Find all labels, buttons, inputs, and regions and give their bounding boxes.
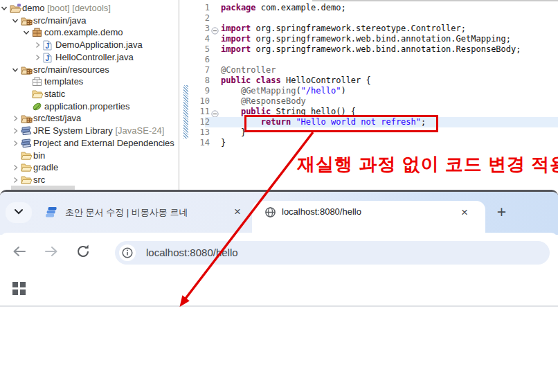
code-line[interactable]: package com.example.demo; [221,3,346,13]
browser-toolbar: localhost:8080/hello [0,233,558,271]
tree-item-hellocontroller-java[interactable]: JHelloController.java [0,51,179,64]
tree-item-demoapplication-java[interactable]: JDemoApplication.java [0,39,179,51]
chevron-collapsed-icon[interactable] [11,139,19,148]
chevron-expanded-icon[interactable] [0,4,8,12]
code-line[interactable]: @ResponseBody [221,96,306,107]
tree-item-jre-system-library[interactable]: JRE System Library [JavaSE-24] [0,125,179,137]
code-line[interactable]: @Controller [221,65,276,75]
page-content: Hello world not refresh [0,307,558,392]
blue-stack-favicon-icon [46,206,58,221]
reload-button[interactable] [75,243,94,262]
java-file-icon: J [43,40,55,50]
properties-file-icon [32,102,44,112]
tree-item-project-and-external-dependencies[interactable]: Project and External Dependencies [0,137,179,150]
forward-button[interactable] [43,243,62,262]
fold-collapse-icon[interactable] [211,24,219,35]
svg-text:J: J [45,42,49,50]
tree-item-label: application.properties [44,101,130,112]
code-line[interactable]: } [221,127,246,138]
tree-item-demo[interactable]: demo [boot] [devtools] [0,2,179,15]
folder-icon [21,163,33,172]
chevron-collapsed-icon[interactable] [11,163,19,172]
code-line[interactable]: public class HelloController { [221,75,371,86]
tree-item-src-test-java[interactable]: src/test/java [0,112,179,125]
tree-item-label: static [44,89,65,100]
annotation-caption: 재실행 과정 없이 코드 변경 적용 [297,152,558,177]
chevron-expanded-icon[interactable] [11,17,19,25]
tree-item-src-main-java[interactable]: src/main/java [0,15,179,27]
tree-item-label: com.example.demo [44,27,123,38]
tree-item-decoration: [JavaSE-24] [113,125,164,136]
tree-item-label: src [33,175,45,186]
tree-item-label: src/test/java [33,113,81,124]
code-line[interactable]: import org.springframework.web.bind.anno… [221,34,511,44]
code-line[interactable]: import org.springframework.stereotype.Co… [221,24,466,34]
tree-item-src-main-resources[interactable]: src/main/resources [0,64,179,76]
address-bar[interactable]: localhost:8080/hello [115,241,550,265]
line-number: 4 [192,34,210,44]
java-file-icon: J [43,53,55,62]
tree-item-static[interactable]: static [0,88,179,100]
chevron-collapsed-icon[interactable] [33,41,42,49]
tree-item-gradle[interactable]: gradle [0,161,179,174]
chevron-collapsed-icon[interactable] [11,176,19,184]
editor-tab-border [312,0,558,1]
tab-search-button[interactable] [6,202,32,223]
chevron-expanded-icon[interactable] [11,66,19,74]
tree-item-com-example-demo[interactable]: com.example.demo [0,26,179,39]
line-number: 3 [192,24,210,34]
tree-item-templates[interactable]: templates [0,75,179,88]
chevron-expanded-icon[interactable] [22,28,30,37]
chevron-collapsed-icon[interactable] [33,53,42,62]
tab-title: localhost:8080/hello [282,206,427,217]
tree-item-label: DemoApplication.java [55,39,143,51]
package-icon [32,28,44,37]
line-number: 13 [192,127,210,138]
line-number: 11 [192,107,210,117]
screenshot-root: demo [boot] [devtools]src/main/javacom.e… [0,0,558,392]
code-line[interactable]: } [221,138,226,148]
tree-item-label: Project and External Dependencies [33,138,174,149]
browser-window: 초안 문서 수정 | 비몽사몽 르네 × localhost:8080/hell… [0,190,558,392]
browser-tab-inactive[interactable]: 초안 문서 수정 | 비몽사몽 르네 × [39,202,245,223]
tree-item-label: JRE System Library [JavaSE-24] [33,125,164,136]
page-info-button[interactable] [119,244,136,261]
folder-icon [21,151,33,161]
chevron-down-icon [14,208,24,215]
folder-icon [21,175,33,185]
chevron-collapsed-icon[interactable] [11,127,19,135]
line-number: 2 [192,13,210,24]
project-folder-icon [10,3,21,13]
line-number: 8 [192,75,210,86]
new-tab-button[interactable]: + [492,204,511,222]
line-number: 1 [192,3,210,13]
red-annotation-box-code [244,115,438,132]
source-folder-icon [21,65,33,75]
tree-item-label: templates [44,76,83,87]
globe-favicon-icon [264,206,276,221]
tree-item-label: src/main/java [33,15,87,26]
tab-close-button[interactable]: × [230,204,245,220]
line-number: 7 [192,65,210,75]
tree-item-label: HelloController.java [55,52,134,63]
chevron-collapsed-icon[interactable] [11,114,19,123]
tree-item-decoration: [boot] [devtools] [45,3,111,13]
bookmarks-bar [0,271,558,305]
tree-item-label: demo [boot] [devtools] [22,3,111,14]
tree-item-bin[interactable]: bin [0,150,179,162]
browser-tab-active[interactable]: localhost:8080/hello × [252,201,485,235]
tree-item-application-properties[interactable]: application.properties [0,100,179,113]
quick-diff-change-bar [183,85,188,139]
apps-grid-icon[interactable] [12,282,26,295]
library-icon [21,126,33,136]
code-line[interactable]: @GetMapping("/hello") [221,86,346,96]
info-circle-icon [122,247,133,258]
tab-close-button[interactable]: × [457,205,472,220]
line-number: 6 [192,55,210,65]
tree-item-src[interactable]: src [0,174,179,186]
code-line[interactable]: import org.springframework.web.bind.anno… [221,44,521,55]
line-number: 12 [192,117,210,127]
back-button[interactable] [11,243,30,262]
fold-collapse-icon[interactable] [211,107,219,118]
tab-title: 초안 문서 수정 | 비몽사몽 르네 [65,206,223,219]
